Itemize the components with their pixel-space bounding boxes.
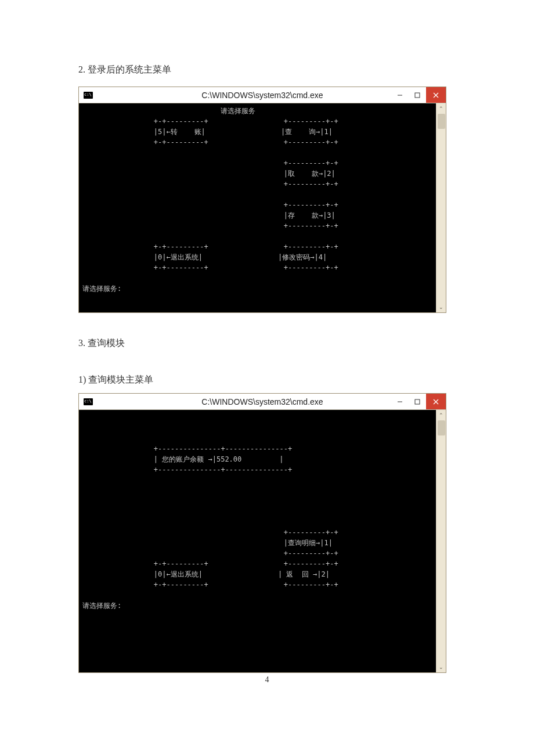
- scroll-thumb[interactable]: [438, 420, 445, 435]
- maximize-button[interactable]: [409, 394, 426, 409]
- scroll-down-icon[interactable]: ⌄: [436, 662, 446, 672]
- console-output[interactable]: 请选择服务 +-+---------+ +---------+-+ |5|←转 …: [79, 103, 436, 312]
- window-controls: [391, 394, 446, 409]
- window-title: C:\WINDOWS\system32\cmd.exe: [201, 397, 323, 406]
- cmd-window-query-menu: C:\WINDOWS\system32\cmd.exe +-----------…: [78, 393, 446, 673]
- scroll-down-icon[interactable]: ⌄: [436, 302, 446, 312]
- console-output[interactable]: +---------------+---------------+ | 您的账户…: [79, 410, 436, 672]
- maximize-button[interactable]: [409, 87, 426, 103]
- cmd-window-main-menu: C:\WINDOWS\system32\cmd.exe 请选择服务 +-+---…: [78, 87, 446, 313]
- scroll-up-icon[interactable]: ⌃: [436, 103, 446, 114]
- svg-rect-1: [415, 93, 420, 98]
- close-button[interactable]: [426, 87, 446, 103]
- window-controls: [391, 87, 446, 103]
- section-3-sub-1: 1) 查询模块主菜单: [78, 374, 456, 386]
- scroll-up-icon[interactable]: ⌃: [436, 410, 446, 420]
- scroll-thumb[interactable]: [438, 114, 445, 129]
- minimize-button[interactable]: [391, 394, 409, 409]
- client-area: 请选择服务 +-+---------+ +---------+-+ |5|←转 …: [79, 103, 446, 312]
- titlebar: C:\WINDOWS\system32\cmd.exe: [79, 394, 446, 410]
- minimize-button[interactable]: [391, 87, 409, 103]
- section-2-heading: 2. 登录后的系统主菜单: [78, 64, 456, 76]
- window-title: C:\WINDOWS\system32\cmd.exe: [201, 91, 323, 100]
- close-button[interactable]: [426, 394, 446, 409]
- vertical-scrollbar[interactable]: ⌃ ⌄: [436, 410, 446, 672]
- page-number: 4: [265, 675, 269, 685]
- vertical-scrollbar[interactable]: ⌃ ⌄: [436, 103, 446, 312]
- cmd-icon: [84, 92, 93, 99]
- titlebar: C:\WINDOWS\system32\cmd.exe: [79, 87, 446, 103]
- client-area: +---------------+---------------+ | 您的账户…: [79, 410, 446, 672]
- svg-rect-5: [415, 399, 420, 404]
- section-3-heading: 3. 查询模块: [78, 337, 456, 350]
- cmd-icon: [84, 398, 93, 405]
